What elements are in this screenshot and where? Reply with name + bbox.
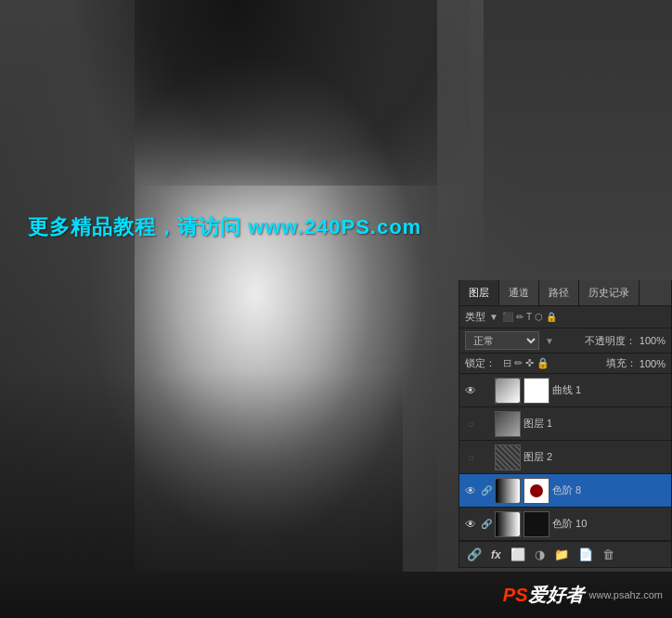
layer-mask-levels8 <box>523 478 549 504</box>
layer-chain-levels8: 🔗 <box>481 485 492 496</box>
filter-icons: ⬛ ✏ T ⬡ 🔒 <box>502 312 557 322</box>
layer-name-levels10: 色阶 10 <box>552 517 667 531</box>
new-layer-btn[interactable]: 📄 <box>576 546 595 563</box>
fill-label: 填充： <box>606 356 637 370</box>
layer-name-curves1: 曲线 1 <box>552 383 667 397</box>
panel-tabs: 图层 通道 路径 历史记录 <box>459 280 671 306</box>
filter-icon-3[interactable]: T <box>526 312 532 322</box>
layer-name-levels8: 色阶 8 <box>552 483 667 497</box>
lock-label: 锁定： <box>465 356 496 370</box>
layer-thumb-levels10 <box>495 511 521 537</box>
layer-mask-curves1 <box>523 378 549 404</box>
filter-icon-5[interactable]: 🔒 <box>546 312 557 322</box>
search-type-label: 类型 <box>465 310 485 324</box>
layer-name-layer2: 图层 2 <box>523 450 667 464</box>
lock-icon-move[interactable]: ✜ <box>525 357 534 369</box>
filter-icon-4[interactable]: ⬡ <box>535 312 543 322</box>
ps-text: PS <box>503 585 528 605</box>
fill-section: 填充： 100% <box>606 356 666 370</box>
layer-row-levels10[interactable]: 👁 🔗 色阶 10 <box>459 508 671 541</box>
opacity-row: 不透明度： 100% <box>585 334 666 348</box>
watermark: 更多精品教程，请访问 www.240PS.com <box>28 213 421 241</box>
blend-mode-row: 正常 ▼ 不透明度： 100% <box>459 328 671 354</box>
hair-dark <box>67 0 403 216</box>
layer-thumb-layer1 <box>495 411 521 437</box>
watermark-prefix: 更多精品教程，请访问 <box>28 215 248 238</box>
layer-eye-layer1[interactable]: ○ <box>463 417 478 431</box>
lock-row: 锁定： ⊟ ✏ ✜ 🔒 填充： 100% <box>459 354 671 374</box>
lock-icons: ⊟ ✏ ✜ 🔒 <box>503 357 549 369</box>
panel-toolbar: 🔗 fx ⬜ ◑ 📁 📄 🗑 <box>459 541 671 567</box>
blend-mode-select[interactable]: 正常 <box>465 331 539 350</box>
bottom-bar: PS爱好者 www.psahz.com <box>0 572 672 618</box>
tab-layers[interactable]: 图层 <box>459 280 499 305</box>
opacity-value: 100% <box>640 335 666 346</box>
filter-icon-2[interactable]: ✏ <box>516 312 523 322</box>
ps-logo: PS爱好者 <box>503 583 584 608</box>
layer-eye-layer2[interactable]: ○ <box>463 450 478 465</box>
tab-paths[interactable]: 路径 <box>539 280 579 305</box>
layer-chain-levels10: 🔗 <box>481 519 492 529</box>
fx-btn[interactable]: fx <box>489 547 503 563</box>
layer-row-levels8[interactable]: 👁 🔗 色阶 8 <box>459 474 671 508</box>
lock-icon-pixels[interactable]: ⊟ <box>503 357 511 369</box>
layers-panel: 图层 通道 路径 历史记录 类型 ▼ ⬛ ✏ T ⬡ 🔒 正常 ▼ 不透明度： … <box>459 280 672 568</box>
layer-row-layer1[interactable]: ○ 图层 1 <box>459 407 671 441</box>
fill-value: 100% <box>640 358 666 369</box>
layer-thumb-layer2 <box>495 444 521 470</box>
filter-icon-1[interactable]: ⬛ <box>502 312 513 322</box>
layer-name-layer1: 图层 1 <box>523 417 667 431</box>
website-url: www.psahz.com <box>589 589 663 600</box>
layer-thumb-levels8 <box>495 478 521 504</box>
tab-channels[interactable]: 通道 <box>499 280 539 305</box>
layer-eye-levels8[interactable]: 👁 <box>463 483 478 498</box>
dropdown-arrow[interactable]: ▼ <box>489 312 498 322</box>
search-row: 类型 ▼ ⬛ ✏ T ⬡ 🔒 <box>459 306 671 328</box>
layer-row-layer2[interactable]: ○ 图层 2 <box>459 441 671 474</box>
layer-eye-curves1[interactable]: 👁 <box>463 383 478 398</box>
layer-eye-levels10[interactable]: 👁 <box>463 517 478 532</box>
layer-row-curves1[interactable]: 👁 曲线 1 <box>459 374 671 407</box>
lock-icon-paint[interactable]: ✏ <box>514 357 523 369</box>
layer-mask-levels10 <box>523 511 549 537</box>
blend-dropdown-arrow[interactable]: ▼ <box>545 336 554 346</box>
opacity-label: 不透明度： <box>585 334 636 348</box>
folder-btn[interactable]: 📁 <box>552 546 571 563</box>
mask-btn[interactable]: ⬜ <box>509 546 527 563</box>
delete-btn[interactable]: 🗑 <box>601 546 616 563</box>
lock-icon-all[interactable]: 🔒 <box>536 357 549 369</box>
lover-text: 爱好者 <box>528 585 584 605</box>
watermark-url: www.240PS.com <box>248 215 421 238</box>
link-btn[interactable]: 🔗 <box>465 546 484 563</box>
adjustment-btn[interactable]: ◑ <box>533 546 547 563</box>
tab-history[interactable]: 历史记录 <box>579 280 640 305</box>
layer-thumb-curves1 <box>495 378 521 404</box>
